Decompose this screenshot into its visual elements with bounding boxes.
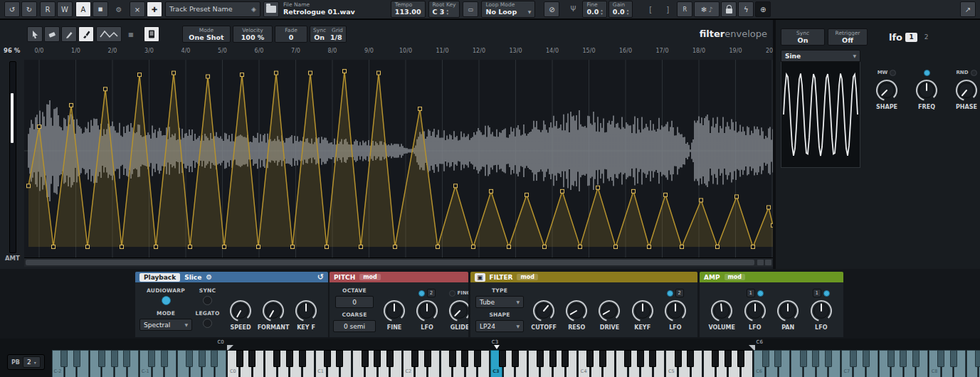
envelope-node[interactable]	[752, 245, 755, 249]
mod-dot[interactable]	[449, 290, 455, 297]
amount-slider[interactable]	[9, 61, 16, 253]
envelope-shape-icon[interactable]	[96, 26, 122, 42]
scrollbar-handle[interactable]	[26, 260, 754, 265]
key-black[interactable]	[512, 350, 519, 367]
key-black[interactable]	[324, 350, 331, 367]
zoom-out-button[interactable]	[757, 260, 764, 265]
show-events-button[interactable]	[144, 26, 159, 42]
root-key-stepper[interactable]: ▴▾	[446, 9, 448, 16]
envelope-node[interactable]	[27, 184, 31, 188]
envelope-node[interactable]	[138, 73, 142, 77]
redo-icon[interactable]: ↻	[21, 1, 37, 17]
envelope-node[interactable]	[189, 245, 192, 249]
filter-mod-tag[interactable]: mod	[517, 274, 538, 280]
envelope-node[interactable]	[490, 189, 493, 193]
knob-drive[interactable]: DRIVE	[593, 289, 626, 331]
key-black[interactable]	[499, 350, 506, 367]
key-black[interactable]	[937, 350, 944, 367]
envelope-node[interactable]	[359, 245, 363, 249]
paint-tool-button[interactable]	[78, 26, 94, 42]
key-black[interactable]	[386, 350, 394, 367]
gear-icon[interactable]: ⚙	[206, 273, 212, 281]
envelope-node[interactable]	[223, 245, 226, 249]
track-preset-field[interactable]: Track Preset Name ◈	[165, 1, 260, 17]
key-black[interactable]	[825, 350, 832, 367]
envelope-node[interactable]	[664, 193, 668, 196]
envelope-node[interactable]	[394, 245, 397, 249]
envelope-node[interactable]	[86, 245, 90, 249]
knob-glide[interactable]: FINGGLIDE	[443, 289, 468, 331]
mod-active-dot[interactable]	[823, 290, 830, 297]
mod-dot[interactable]	[971, 70, 977, 76]
filter-power-icon[interactable]: ▣	[475, 273, 485, 282]
envelope-node[interactable]	[648, 245, 651, 249]
snap-tool-icon[interactable]: ✚	[147, 1, 162, 17]
range-start-icon[interactable]: [	[643, 1, 658, 17]
envelope-node[interactable]	[700, 198, 703, 202]
envelope-node[interactable]	[104, 87, 107, 91]
key-black[interactable]	[474, 350, 481, 367]
lfo-page-2[interactable]: 2	[920, 33, 932, 42]
envelope-node[interactable]	[120, 245, 124, 249]
audiowarp-toggle[interactable]	[162, 296, 171, 305]
key-black[interactable]	[649, 350, 656, 367]
knob-speed[interactable]: SPEED	[224, 289, 257, 331]
envelope-node[interactable]	[70, 103, 73, 107]
envelope-node[interactable]	[343, 70, 347, 73]
settings-gear-icon[interactable]: ⚙	[111, 1, 127, 17]
envelope-node[interactable]	[325, 245, 329, 249]
envelope-node[interactable]	[614, 245, 618, 249]
preset-browser-icon[interactable]: ◈	[251, 6, 256, 13]
envelope-node[interactable]	[543, 245, 547, 249]
mod-active-dot[interactable]	[418, 290, 425, 297]
fine-tune-field[interactable]: Fine 0.0 ▴▾	[582, 1, 606, 18]
edit-tool-icon[interactable]: ⨯	[130, 1, 145, 17]
lightning-icon[interactable]: ϟ	[738, 1, 754, 17]
horizontal-scrollbar[interactable]	[24, 257, 773, 267]
key-black[interactable]	[286, 350, 293, 367]
lfo-shape-select[interactable]: Sine ▼	[781, 50, 860, 62]
amp-header[interactable]: AMP mod	[700, 272, 843, 282]
mod-source-number[interactable]: 2	[427, 289, 436, 297]
key-black[interactable]	[912, 350, 920, 367]
automation-write-button[interactable]: W	[57, 1, 73, 17]
envelope-node[interactable]	[436, 245, 440, 249]
env-fade-field[interactable]: Fade 0	[275, 26, 307, 43]
envelope-node[interactable]	[241, 73, 244, 77]
key-black[interactable]	[362, 350, 369, 367]
key-black[interactable]	[712, 350, 719, 367]
envelope-node[interactable]	[507, 245, 511, 249]
knob-lfo[interactable]: 2LFO	[659, 289, 692, 331]
envelope-node[interactable]	[579, 245, 582, 249]
grid-snap-icon[interactable]: ▦	[123, 26, 139, 42]
gain-field[interactable]: Gain 0.0 ▴▾	[608, 1, 633, 18]
filter-type-select[interactable]: Tube▼	[475, 296, 524, 308]
root-key-marker[interactable]	[494, 345, 500, 349]
freeze-midi-icon[interactable]: ❄♪	[694, 1, 720, 17]
keyboard-pitch-icon[interactable]: ▭	[463, 1, 478, 17]
key-black[interactable]	[537, 350, 544, 367]
envelope-node[interactable]	[418, 107, 422, 110]
key-black[interactable]	[687, 350, 694, 367]
key-black[interactable]	[737, 350, 744, 367]
crosshair-icon[interactable]: ⊕	[755, 1, 771, 17]
key-black[interactable]	[762, 350, 769, 367]
envelope-node[interactable]	[454, 184, 458, 188]
envelope-node[interactable]	[275, 71, 278, 75]
pitch-mod-tag[interactable]: mod	[359, 274, 381, 280]
lfo-retrigger-field[interactable]: Retrigger Off	[828, 28, 868, 46]
acoustic-feedback-button[interactable]: A	[75, 1, 91, 17]
knob-formant[interactable]: FORMANT	[257, 289, 290, 331]
knob-key-f[interactable]: KEY F	[290, 289, 322, 331]
coarse-value[interactable]: 0 semi	[333, 320, 376, 332]
envelope-node[interactable]	[525, 193, 529, 196]
knob-freq[interactable]: FREQ	[910, 68, 943, 168]
waveform-envelope-display[interactable]	[24, 60, 773, 257]
filter-header[interactable]: ▣ FILTER mod	[470, 272, 697, 282]
timeline-ruler[interactable]: 0/01/02/03/04/05/06/07/08/09/010/011/012…	[24, 46, 773, 60]
amp-mod-tag[interactable]: mod	[725, 274, 746, 280]
key-black[interactable]	[800, 350, 807, 367]
mod-active-dot[interactable]	[924, 70, 930, 76]
key-black[interactable]	[273, 350, 280, 367]
no-crossfade-icon[interactable]: ⊘	[544, 1, 559, 17]
